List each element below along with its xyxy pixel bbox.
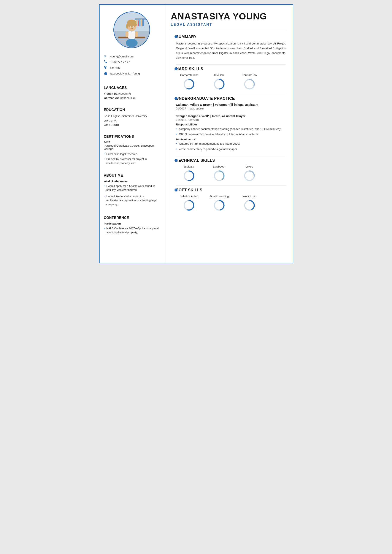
hard-skills-title: HARD SKILLS xyxy=(176,67,286,71)
timeline-line xyxy=(171,35,171,211)
skill-circle-detail xyxy=(183,200,195,211)
cert-bullet-1: Excelled in legal research. xyxy=(104,152,160,156)
soft-skills-row: Detail Oriented Active Learning xyxy=(176,194,286,211)
timeline-dot-soft-skills xyxy=(175,188,177,192)
contact-social: facebook/Nastia_Young xyxy=(104,71,160,76)
svg-point-16 xyxy=(127,22,137,27)
practice-date-2: 01/2018 - 09/2018 xyxy=(176,118,286,122)
contact-phone: +380 777 77 77 xyxy=(104,60,160,64)
skill-circle-lexoo xyxy=(244,170,255,182)
contact-list: ✉ young@gmail.com +380 777 77 77 Kerrvil… xyxy=(104,55,160,77)
summary-title: SUMMARY xyxy=(176,35,286,39)
skill-corporate-law: Corporate law xyxy=(176,73,202,90)
language-french: French B1 (средний) xyxy=(104,92,160,95)
social-icon xyxy=(104,71,109,76)
svg-rect-10 xyxy=(128,31,135,39)
skill-label-corporate: Corporate law xyxy=(180,73,198,77)
practice-company-2: "Reiger, Reiger & Wolf" | Intern, assist… xyxy=(176,114,286,118)
skill-label-judicata: Judicata xyxy=(184,165,194,168)
skill-lexoo: Lexoo xyxy=(237,165,262,182)
skill-label-active: Active Learning xyxy=(210,194,229,198)
skill-label-lexoo: Lexoo xyxy=(245,165,253,168)
education-title: EDUCATION xyxy=(104,108,160,112)
practice-section: UNDERGRADUATE PRACTICE Callanan, Wiltse … xyxy=(176,96,286,152)
divider-5 xyxy=(176,186,286,186)
conference-subtitle: Participation xyxy=(104,222,160,225)
svg-rect-5 xyxy=(139,20,140,26)
about-bullet-2: I would like to start a career in a mult… xyxy=(104,194,160,206)
contact-location: Kerrville xyxy=(104,66,160,70)
skill-lawbooth: Lawbooth xyxy=(206,165,232,182)
cert-bullet-2: Praised by professor for project in inte… xyxy=(104,157,160,165)
skill-label-detail: Detail Oriented xyxy=(180,194,198,198)
conference-title: CONFERENCE xyxy=(104,216,160,220)
main-content: ANASTASIYA YOUNG LEGAL ASSISTANT SUMMARY… xyxy=(164,5,293,263)
divider-2 xyxy=(176,64,286,65)
skill-label-work-ethic: Work Ethic xyxy=(243,194,256,198)
skill-circle-lawbooth xyxy=(213,170,225,182)
languages-title: LANGUAGES xyxy=(104,86,160,90)
skill-detail-oriented: Detail Oriented xyxy=(176,194,202,211)
conference-bullet-1: NALS Conference 2017—Spoke on a panel ab… xyxy=(104,227,160,235)
skill-circle-contract xyxy=(244,78,255,90)
hard-skills-row: Corporate law Civil law xyxy=(176,73,286,90)
about-section: ABOUT ME Work Preferences I would apply … xyxy=(104,170,160,209)
summary-section: SUMMARY Master's degree in progress. My … xyxy=(176,35,286,60)
skill-judicata: Judicata xyxy=(176,165,202,182)
practice-entry-1: Callanan, Wiltse & Brown | Volunteer fil… xyxy=(176,103,286,110)
skill-contract-law: Contract law xyxy=(237,73,262,90)
practice-company-1: Callanan, Wiltse & Brown | Volunteer fil… xyxy=(176,103,286,106)
soft-skills-title: SOFT SKILLS xyxy=(176,188,286,192)
resp-bullet-2: GR: Goverment Tax Service, Ministry of I… xyxy=(176,132,286,137)
skill-circle-work-ethic xyxy=(244,200,255,211)
cert-name: Paralegal Certificate Course, Brazosport… xyxy=(104,144,160,151)
ach-bullet-2: wrote commentary to periodic legal newsp… xyxy=(176,147,286,152)
skill-circle-judicata xyxy=(183,170,195,182)
about-bullets-list: I would apply for a flexible work schedu… xyxy=(104,184,160,207)
timeline-wrapper: SUMMARY Master's degree in progress. My … xyxy=(171,35,286,211)
timeline-dot-summary xyxy=(175,35,177,38)
timeline-dot-hard-skills xyxy=(175,67,177,70)
resp-bullet-1: company charter documentation drafting (… xyxy=(176,127,286,132)
conference-bullets: NALS Conference 2017—Spoke on a panel ab… xyxy=(104,227,160,235)
responsibilities-label: Responsibilities: xyxy=(176,123,286,126)
divider-4 xyxy=(176,156,286,156)
technical-skills-title: TECHNICAL SKILLS xyxy=(176,158,286,163)
certifications-title: CERTIFICATIONS xyxy=(104,135,160,138)
timeline-dot-practice xyxy=(175,97,177,100)
work-preferences-subtitle: Work Preferences xyxy=(104,180,160,183)
svg-point-20 xyxy=(130,27,131,28)
practice-title: UNDERGRADUATE PRACTICE xyxy=(176,96,286,101)
skill-label-lawbooth: Lawbooth xyxy=(213,165,225,168)
cert-year: 2017 xyxy=(104,141,160,144)
hard-skills-section: HARD SKILLS Corporate law xyxy=(176,67,286,90)
skill-circle-corporate xyxy=(183,78,195,90)
about-title: ABOUT ME xyxy=(104,173,160,178)
svg-rect-6 xyxy=(141,20,142,26)
education-section: EDUCATION BA in English, Schreiner Unive… xyxy=(104,104,160,127)
svg-rect-4 xyxy=(138,21,139,26)
skill-label-contract: Contract law xyxy=(241,73,257,77)
svg-rect-22 xyxy=(130,31,133,31)
skill-civil-law: Civil law xyxy=(206,73,232,90)
avatar-image xyxy=(114,12,149,48)
cert-bullets-list: Excelled in legal research. Praised by p… xyxy=(104,152,160,165)
svg-point-21 xyxy=(133,27,133,28)
conference-section: CONFERENCE Participation NALS Conference… xyxy=(104,212,160,235)
education-details: BA in English, Schreiner University GPA:… xyxy=(104,114,160,127)
divider-1 xyxy=(171,31,286,31)
achievements-list: featured by firm management as top inter… xyxy=(176,142,286,152)
practice-date-1: 01/2017 - наст. время xyxy=(176,107,286,110)
timeline-dot-tech-skills xyxy=(175,159,177,162)
svg-rect-7 xyxy=(142,19,144,26)
name-title-block: ANASTASIYA YOUNG LEGAL ASSISTANT xyxy=(171,11,286,27)
about-bullet-1: I would apply for a flexible work schedu… xyxy=(104,184,160,192)
skill-work-ethic: Work Ethic xyxy=(237,194,262,211)
email-icon: ✉ xyxy=(104,55,109,58)
soft-skills-section: SOFT SKILLS Detail Oriented xyxy=(176,188,286,211)
practice-entry-2: "Reiger, Reiger & Wolf" | Intern, assist… xyxy=(176,114,286,152)
languages-section: LANGUAGES French B1 (средний) German A2 … xyxy=(104,83,160,101)
ach-bullet-1: featured by firm management as top inter… xyxy=(176,142,286,146)
candidate-role: LEGAL ASSISTANT xyxy=(171,23,286,27)
svg-point-17 xyxy=(126,24,128,29)
